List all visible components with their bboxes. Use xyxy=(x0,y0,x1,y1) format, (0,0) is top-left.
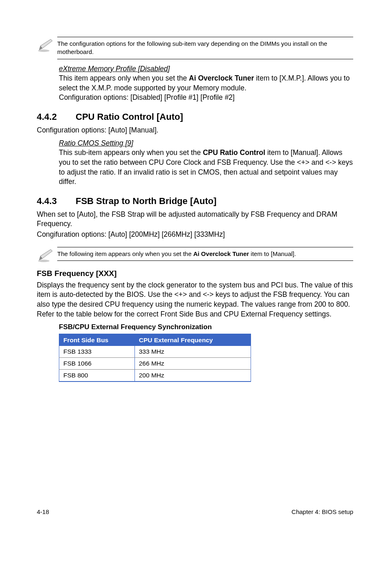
note-text-overclock: The following item appears only when you… xyxy=(57,247,353,261)
section-442-title: CPU Ratio Control [Auto] xyxy=(76,112,183,122)
ratio-cmos-body-bold: CPU Ratio Control xyxy=(203,148,265,157)
section-442-heading: 4.4.2CPU Ratio Control [Auto] xyxy=(37,112,353,122)
table-row: FSB 800 200 MHz xyxy=(59,370,251,382)
ratio-cmos-heading: Ratio CMOS Setting [9] xyxy=(59,139,353,148)
xmp-body-pre: This item appears only when you set the xyxy=(59,74,189,82)
table-header-row: Front Side Bus CPU External Frequency xyxy=(59,334,251,346)
ratio-cmos-body-pre: This sub-item appears only when you set … xyxy=(59,148,203,157)
ratio-cmos-section: Ratio CMOS Setting [9] This sub-item app… xyxy=(59,139,353,187)
pencil-note-icon xyxy=(37,247,57,264)
note-block-dimm: The configuration options for the follow… xyxy=(37,37,353,59)
xmp-body: This item appears only when you set the … xyxy=(59,74,353,93)
table-cell: 200 MHz xyxy=(134,370,251,382)
fsb-freq-heading: FSB Frequency [XXX] xyxy=(37,269,353,278)
table-caption: FSB/CPU External Frequency Synchronizati… xyxy=(59,323,353,331)
table-header-fsb: Front Side Bus xyxy=(59,334,135,346)
section-443-heading: 4.4.3FSB Strap to North Bridge [Auto] xyxy=(37,196,353,206)
note-text-dimm: The configuration options for the follow… xyxy=(57,37,353,59)
table-cell: 333 MHz xyxy=(134,346,251,358)
table-row: FSB 1066 266 MHz xyxy=(59,358,251,370)
note2-bold: Ai Overclock Tuner xyxy=(193,250,249,257)
section-442-body: Configuration options: [Auto] [Manual]. xyxy=(37,126,353,135)
table-cell: FSB 1333 xyxy=(59,346,135,358)
page-footer: 4-18 Chapter 4: BIOS setup xyxy=(37,508,353,515)
section-443-num: 4.4.3 xyxy=(37,196,76,206)
footer-chapter: Chapter 4: BIOS setup xyxy=(291,508,353,515)
section-443-body2: Congifuration options: [Auto] [200MHz] [… xyxy=(37,230,353,240)
pencil-note-icon xyxy=(37,37,57,54)
xmp-heading: eXtreme Memory Profile [Disabled] xyxy=(59,64,353,74)
table-cell: 266 MHz xyxy=(134,358,251,370)
fsb-freq-body: Displays the frequency sent by the clock… xyxy=(37,281,353,319)
note2-pre: The following item appears only when you… xyxy=(57,250,193,257)
table-cell: FSB 800 xyxy=(59,370,135,382)
table-header-cpu: CPU External Frequency xyxy=(134,334,251,346)
section-442-num: 4.4.2 xyxy=(37,112,76,122)
table-cell: FSB 1066 xyxy=(59,358,135,370)
ratio-cmos-body: This sub-item appears only when you set … xyxy=(59,148,353,187)
xmp-opts: Configuration options: [Disabled] [Profi… xyxy=(59,93,353,103)
xmp-section: eXtreme Memory Profile [Disabled] This i… xyxy=(59,64,353,103)
section-443-body1: When set to [Auto], the FSB Strap will b… xyxy=(37,210,353,229)
section-443-title: FSB Strap to North Bridge [Auto] xyxy=(76,196,217,206)
freq-sync-table: Front Side Bus CPU External Frequency FS… xyxy=(59,334,251,382)
xmp-body-bold: Ai Overclock Tuner xyxy=(189,74,254,82)
note-block-overclock: The following item appears only when you… xyxy=(37,247,353,264)
footer-page-number: 4-18 xyxy=(37,508,49,515)
table-row: FSB 1333 333 MHz xyxy=(59,346,251,358)
note2-post: item to [Manual]. xyxy=(249,250,296,257)
